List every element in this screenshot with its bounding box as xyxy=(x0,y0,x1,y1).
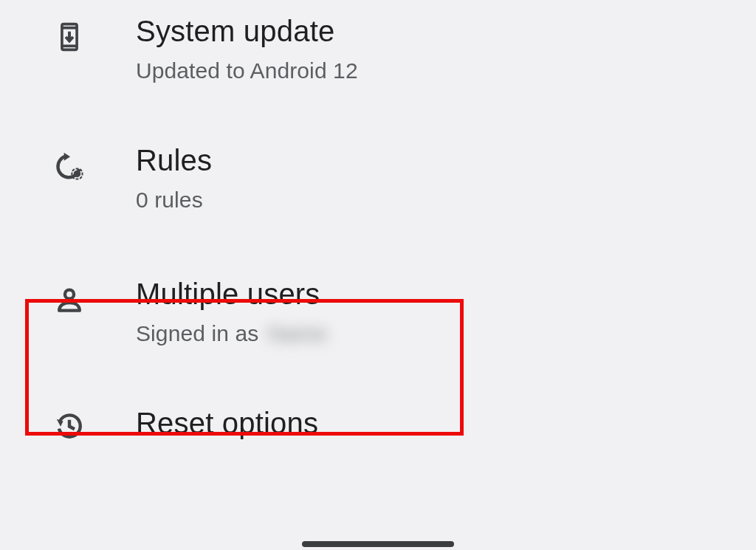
settings-item-text: Multiple users Signed in as Name xyxy=(136,276,330,348)
settings-item-title: System update xyxy=(136,13,358,49)
settings-item-multiple-users[interactable]: Multiple users Signed in as Name xyxy=(0,250,756,383)
settings-item-text: System update Updated to Android 12 xyxy=(136,13,358,85)
settings-item-reset-options[interactable]: Reset options xyxy=(0,383,756,445)
settings-item-title: Rules xyxy=(136,142,212,178)
history-icon xyxy=(50,407,89,445)
settings-item-subtitle: Updated to Android 12 xyxy=(136,56,358,85)
settings-item-rules[interactable]: Rules 0 rules xyxy=(0,120,756,250)
gesture-nav-handle[interactable] xyxy=(302,541,454,547)
settings-item-text: Rules 0 rules xyxy=(136,142,212,214)
rules-icon xyxy=(50,147,89,185)
settings-item-text: Reset options xyxy=(136,405,318,441)
signed-in-username: Name xyxy=(265,319,330,348)
system-update-icon xyxy=(50,18,89,56)
settings-item-subtitle: 0 rules xyxy=(136,185,212,214)
settings-item-title: Reset options xyxy=(136,405,318,441)
settings-item-system-update[interactable]: System update Updated to Android 12 xyxy=(0,6,756,120)
signed-in-prefix: Signed in as xyxy=(136,321,265,346)
svg-marker-4 xyxy=(64,153,70,161)
person-icon xyxy=(50,281,89,319)
svg-point-6 xyxy=(65,290,74,299)
svg-point-5 xyxy=(74,171,81,178)
settings-item-title: Multiple users xyxy=(136,276,330,312)
system-settings-list: System update Updated to Android 12 Rule… xyxy=(0,0,756,445)
settings-item-subtitle: Signed in as Name xyxy=(136,319,330,348)
